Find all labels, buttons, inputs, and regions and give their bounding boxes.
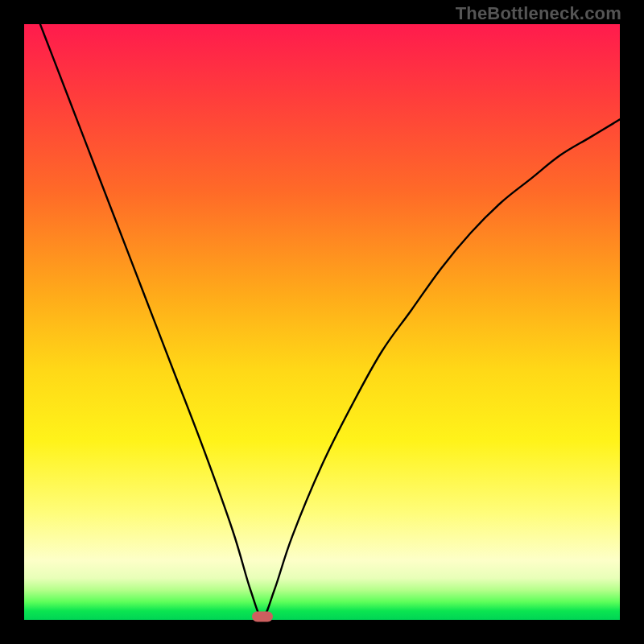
min-marker bbox=[252, 612, 273, 622]
curve-svg bbox=[24, 24, 620, 620]
chart-frame: TheBottleneck.com bbox=[0, 0, 644, 644]
plot-area bbox=[24, 24, 620, 620]
watermark-text: TheBottleneck.com bbox=[456, 3, 621, 24]
bottleneck-curve bbox=[24, 24, 620, 617]
